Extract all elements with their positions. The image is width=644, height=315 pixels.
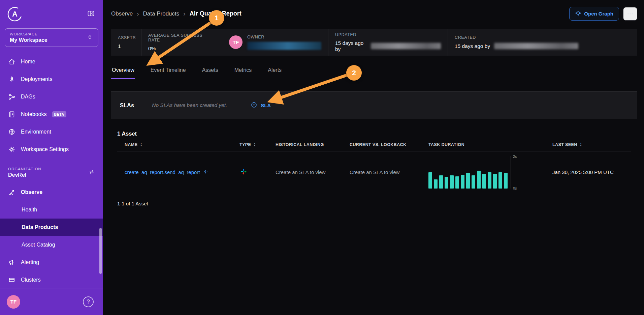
add-sla-button[interactable]: SLA <box>241 92 280 119</box>
more-options-button[interactable]: ⋯ <box>623 7 637 21</box>
cell-historical-landing: Create an SLA to view <box>276 169 350 175</box>
tab-event-timeline[interactable]: Event Timeline <box>150 64 187 79</box>
owner-text: OWNER <box>247 35 321 50</box>
organization-text: ORGANIZATION DevRel <box>8 167 41 178</box>
sidebar-top: A <box>0 0 103 25</box>
sidebar-observe-menu: Observe Health Data Products Asset Catal… <box>0 183 103 289</box>
breadcrumb-observe[interactable]: Observe <box>111 10 133 17</box>
sidebar-collapse-icon[interactable] <box>87 9 95 19</box>
observe-icon <box>8 189 15 196</box>
chart-y-axis: 2s 0s <box>511 156 522 189</box>
tab-overview[interactable]: Overview <box>111 64 135 79</box>
airflow-icon <box>239 171 248 177</box>
sidebar-item-label: Clusters <box>21 277 41 283</box>
chevron-right-icon: › <box>183 10 185 18</box>
astronomer-logo[interactable]: A <box>7 6 23 22</box>
updated-by-redacted <box>371 43 441 49</box>
app-root: A WORKSPACE My Workspace Home Deployment <box>0 0 644 315</box>
asset-section: 1 Asset NAME ▲▼ TYPE ▲▼ HISTORICAL LANDI… <box>111 131 637 206</box>
pagination-text: 1-1 of 1 Asset <box>111 193 637 206</box>
tab-assets[interactable]: Assets <box>201 64 219 79</box>
sidebar-item-label: Alerting <box>21 259 39 265</box>
owner-name-redacted <box>247 42 321 50</box>
duration-bar <box>477 171 481 189</box>
notebook-icon <box>8 111 15 118</box>
column-header-name[interactable]: NAME ▲▼ <box>117 142 239 147</box>
sidebar-item-deployments[interactable]: Deployments <box>0 70 103 88</box>
user-avatar[interactable]: TF <box>7 295 20 309</box>
column-label: CURRENT VS. LOOKBACK <box>350 142 406 147</box>
dag-icon <box>8 93 15 101</box>
sidebar-scrollbar[interactable] <box>99 228 102 274</box>
column-label: HISTORICAL LANDING <box>276 142 324 147</box>
sidebar-item-clusters[interactable]: Clusters <box>0 271 103 289</box>
plus-circle-icon <box>251 102 257 109</box>
open-graph-button[interactable]: Open Graph <box>569 7 619 21</box>
cell-name: create_aq_report.send_aq_report <box>117 169 239 175</box>
stats-bar: ASSETS 1 AVERAGE SLA SUCCESS RATE 0% TF … <box>111 29 637 56</box>
sidebar-item-workspace-settings[interactable]: Workspace Settings <box>0 141 103 158</box>
table-header: NAME ▲▼ TYPE ▲▼ HISTORICAL LANDING CURRE… <box>117 142 631 151</box>
tab-metrics[interactable]: Metrics <box>234 64 253 79</box>
stat-value: 0% <box>148 46 215 52</box>
cell-task-duration: 2s 0s <box>428 156 552 189</box>
sidebar-item-label: Health <box>22 207 37 213</box>
axis-label-max: 2s <box>513 154 517 159</box>
sidebar-item-health[interactable]: Health <box>0 201 103 219</box>
help-icon[interactable]: ? <box>83 296 94 307</box>
column-header-historical-landing: HISTORICAL LANDING <box>276 142 350 147</box>
annotation-badge-2: 2 <box>346 65 362 81</box>
task-duration-chart-bars <box>428 156 511 189</box>
tab-alerts[interactable]: Alerts <box>267 64 282 79</box>
sidebar-item-home[interactable]: Home <box>0 53 103 70</box>
column-header-task-duration: TASK DURATION <box>428 142 552 147</box>
chevron-right-icon: › <box>137 10 139 18</box>
sidebar-item-dags[interactable]: DAGs <box>0 88 103 106</box>
duration-bar <box>488 172 491 189</box>
stat-updated: UPDATED 15 days ago by <box>328 29 448 56</box>
sidebar-item-data-products[interactable]: Data Products <box>0 219 103 236</box>
sidebar-item-label: Environment <box>21 129 51 135</box>
column-label: TASK DURATION <box>428 142 464 147</box>
stat-label: CREATED <box>455 35 631 40</box>
column-header-last-seen[interactable]: LAST SEEN ▲▼ <box>552 142 631 147</box>
duration-bar <box>482 174 486 188</box>
sidebar-item-label: DAGs <box>21 94 35 100</box>
open-graph-label: Open Graph <box>584 11 613 17</box>
stat-value: 15 days ago by <box>455 43 490 49</box>
asset-count: 1 Asset <box>111 131 637 137</box>
switch-organization-icon[interactable] <box>88 169 95 177</box>
table-row: create_aq_report.send_aq_report Create a… <box>117 151 631 193</box>
workspace-label: WORKSPACE <box>10 32 47 36</box>
asset-table: NAME ▲▼ TYPE ▲▼ HISTORICAL LANDING CURRE… <box>111 142 637 193</box>
duration-bar <box>445 177 448 189</box>
header-actions: Open Graph ⋯ <box>569 7 637 21</box>
column-header-type[interactable]: TYPE ▲▼ <box>239 142 276 147</box>
sort-icon[interactable]: ▲▼ <box>140 143 142 147</box>
tab-bar: Overview Event Timeline Assets Metrics A… <box>111 64 637 79</box>
column-header-current-vs-lookback: CURRENT VS. LOOKBACK <box>350 142 428 147</box>
workspace-selector[interactable]: WORKSPACE My Workspace <box>5 28 98 47</box>
sidebar-item-notebooks[interactable]: Notebooks BETA <box>0 106 103 123</box>
stat-created: CREATED 15 days ago by <box>448 29 637 56</box>
sort-icon[interactable]: ▲▼ <box>253 143 256 147</box>
gear-icon <box>8 146 15 153</box>
sidebar-item-environment[interactable]: Environment <box>0 123 103 141</box>
sidebar-item-alerting[interactable]: Alerting <box>0 254 103 271</box>
asset-link[interactable]: create_aq_report.send_aq_report <box>125 169 239 175</box>
duration-bar <box>466 173 470 189</box>
stat-value: 1 <box>118 43 134 49</box>
stat-value: 15 days ago by <box>335 40 367 52</box>
duration-bar <box>439 175 443 188</box>
sort-down-icon: ▼ <box>140 145 142 147</box>
sidebar-footer: TF ? <box>0 288 103 315</box>
sla-panel: SLAs No SLAs have been created yet. SLA <box>111 91 637 119</box>
breadcrumb-data-products[interactable]: Data Products <box>143 10 180 17</box>
workspace-selector-text: WORKSPACE My Workspace <box>10 32 47 43</box>
sort-down-icon: ▼ <box>253 145 256 147</box>
sla-panel-title: SLAs <box>111 92 143 119</box>
sort-icon[interactable]: ▲▼ <box>580 143 582 147</box>
sidebar-item-observe[interactable]: Observe <box>0 183 103 201</box>
organization-selector[interactable]: ORGANIZATION DevRel <box>0 167 103 178</box>
sidebar-item-asset-catalog[interactable]: Asset Catalog <box>0 236 103 254</box>
